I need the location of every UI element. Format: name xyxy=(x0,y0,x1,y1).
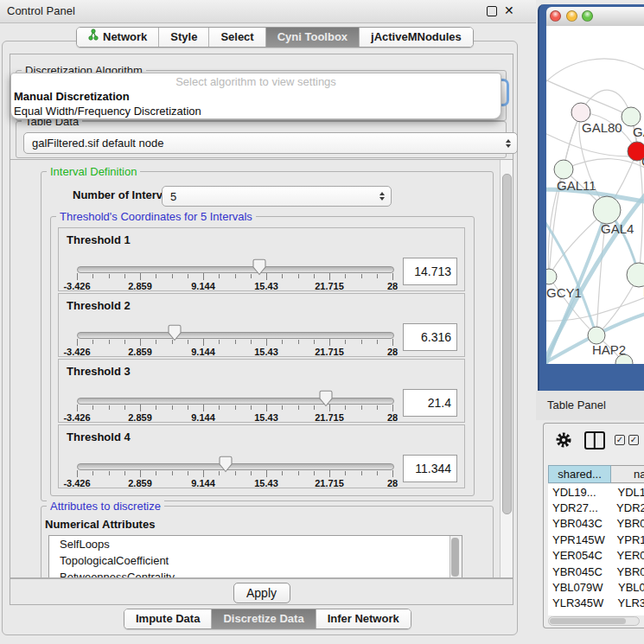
number-of-intervals-combo[interactable]: 5 xyxy=(162,186,392,207)
threshold-value-field[interactable]: 6.316 xyxy=(403,323,457,351)
settings-scrollbar[interactable] xyxy=(500,160,513,578)
network-node[interactable] xyxy=(593,196,621,224)
table-cell-name: YDL1 xyxy=(616,486,644,499)
slider-tick xyxy=(235,405,236,410)
threshold-slider-thumb[interactable] xyxy=(218,456,233,473)
table-row[interactable]: YDL19... YDL1 xyxy=(548,484,644,500)
slider-tick xyxy=(282,471,283,475)
table-hscrollbar[interactable] xyxy=(548,616,640,626)
tab-infer-network[interactable]: Infer Network xyxy=(316,609,411,628)
slider-tick xyxy=(203,339,204,346)
tab-style[interactable]: Style xyxy=(159,28,209,47)
apply-button[interactable]: Apply xyxy=(233,583,290,603)
threshold-slider-track[interactable] xyxy=(77,463,394,470)
network-node[interactable] xyxy=(588,327,605,344)
threshold-label: Threshold 4 xyxy=(67,430,131,443)
slider-tick xyxy=(203,470,204,477)
threshold-slider-track[interactable] xyxy=(77,266,394,273)
slider-tick xyxy=(77,470,78,477)
slider-tick-label: 21.715 xyxy=(315,412,344,423)
table-cell-shared: YBL079W xyxy=(548,581,616,594)
settings-scrollbar-thumb[interactable] xyxy=(502,174,512,514)
network-node[interactable] xyxy=(546,269,557,284)
slider-tick xyxy=(235,274,236,278)
threshold-slider-track[interactable] xyxy=(77,332,394,339)
table-cell-shared: YER054C xyxy=(548,549,615,562)
threshold-slider-thumb[interactable] xyxy=(167,324,182,341)
network-edge[interactable] xyxy=(546,59,644,91)
table-row[interactable]: YPR145W YPR1 xyxy=(548,532,644,547)
tab-network[interactable]: Network xyxy=(77,28,159,47)
table-row[interactable]: YDR27... YDR2 xyxy=(548,500,644,515)
slider-tick xyxy=(140,273,141,280)
network-window-titlebar[interactable] xyxy=(546,7,644,27)
close-traffic-light[interactable] xyxy=(550,10,561,22)
network-node[interactable] xyxy=(627,263,644,287)
column-header-shared[interactable]: shared... xyxy=(548,465,611,483)
threshold-slider-thumb[interactable] xyxy=(252,258,267,276)
slider-tick xyxy=(219,274,220,278)
attribute-list-item[interactable]: SelfLoops xyxy=(49,536,462,552)
network-node[interactable] xyxy=(622,107,641,126)
network-edge[interactable] xyxy=(631,117,642,275)
tab-impute-data[interactable]: Impute Data xyxy=(124,609,212,628)
network-canvas[interactable]: GAL80GACGAL11GAL4GCY1HHAP2 xyxy=(546,26,644,364)
table-row[interactable]: YBR043C YBR0 xyxy=(548,516,644,532)
tab-jactivemnodules[interactable]: jActiveMNodules xyxy=(360,28,473,47)
tab-select[interactable]: Select xyxy=(209,28,265,47)
zoom-traffic-light[interactable] xyxy=(582,10,593,22)
table-row[interactable]: YER054C YER0 xyxy=(548,548,644,564)
tab-cyni-toolbox[interactable]: Cyni Toolbox xyxy=(266,28,360,47)
table-cell-shared: YDL19... xyxy=(548,486,616,499)
numerical-attributes-list[interactable]: SelfLoopsTopologicalCoefficientBetweenne… xyxy=(48,535,462,579)
checkbox-icon[interactable]: ✓ xyxy=(615,435,625,445)
slider-tick-label: 28 xyxy=(387,412,398,423)
threshold-value-field[interactable]: 14.713 xyxy=(403,258,457,285)
close-icon[interactable]: ✕ xyxy=(504,3,514,17)
node-label: GA xyxy=(633,124,644,139)
threshold-value-field[interactable]: 11.344 xyxy=(403,455,457,482)
table-row[interactable]: YIL052C YIL0 xyxy=(548,611,644,615)
column-header-name[interactable]: na xyxy=(611,465,644,483)
slider-tick xyxy=(172,471,173,475)
slider-tick xyxy=(156,471,156,475)
slider-tick xyxy=(140,339,141,346)
network-node[interactable] xyxy=(554,160,573,179)
slider-tick-label: 15.43 xyxy=(254,478,278,488)
thresholds-group: Threshold's Coordinates for 5 Intervals … xyxy=(50,216,475,496)
tab-discretize-data[interactable]: Discretize Data xyxy=(212,609,316,628)
algorithm-option[interactable]: Manual Discretization xyxy=(11,89,501,104)
slider-tick xyxy=(314,340,315,344)
list-scrollbar-thumb[interactable] xyxy=(451,538,459,577)
cyni-toolbox-content: Discretization Algorithm Table Data galF… xyxy=(10,54,513,605)
minimize-traffic-light[interactable] xyxy=(566,10,577,22)
slider-tick xyxy=(361,274,362,278)
settings-scroll-area: Interval Definition Number of Intervals … xyxy=(10,159,513,579)
threshold-slider-thumb[interactable] xyxy=(318,390,334,407)
slider-tick xyxy=(345,340,346,344)
float-window-icon[interactable] xyxy=(487,6,497,16)
slider-tick xyxy=(266,339,267,346)
network-edge[interactable] xyxy=(564,159,644,173)
algorithm-option[interactable]: Equal Width/Frequency Discretization xyxy=(11,104,501,118)
threshold-slider-track[interactable] xyxy=(77,398,394,405)
table-row[interactable]: YBR045C YBR0 xyxy=(548,564,644,579)
table-cell-name: YIL0 xyxy=(618,613,643,615)
checkbox-icon[interactable]: ✓ xyxy=(628,435,639,445)
gear-icon[interactable] xyxy=(555,431,572,452)
table-data-group: Table Data galFiltered.sif default node xyxy=(16,121,507,158)
network-node[interactable] xyxy=(571,103,590,122)
table-panel: ✓ ✓ shared... na YDL19... YDL1 YDR27... … xyxy=(543,423,644,628)
table-hscrollbar-thumb[interactable] xyxy=(550,618,626,624)
slider-tick-label: 15.43 xyxy=(254,412,278,423)
threshold-value-field[interactable]: 21.4 xyxy=(403,389,457,417)
list-scrollbar[interactable] xyxy=(450,536,462,579)
columns-icon[interactable] xyxy=(584,431,605,450)
algorithm-dropdown-popup: Select algorithm to view settings Manual… xyxy=(10,73,501,119)
attribute-list-item[interactable]: TopologicalCoefficient xyxy=(49,552,462,569)
table-row[interactable]: YBL079W YBL0 xyxy=(548,579,644,595)
table-row[interactable]: YLR345W YLR3 xyxy=(548,596,644,611)
slider-tick xyxy=(361,405,362,410)
table-data-combo[interactable]: galFiltered.sif default node xyxy=(23,132,518,154)
table-cell-shared: YBR043C xyxy=(548,517,615,530)
